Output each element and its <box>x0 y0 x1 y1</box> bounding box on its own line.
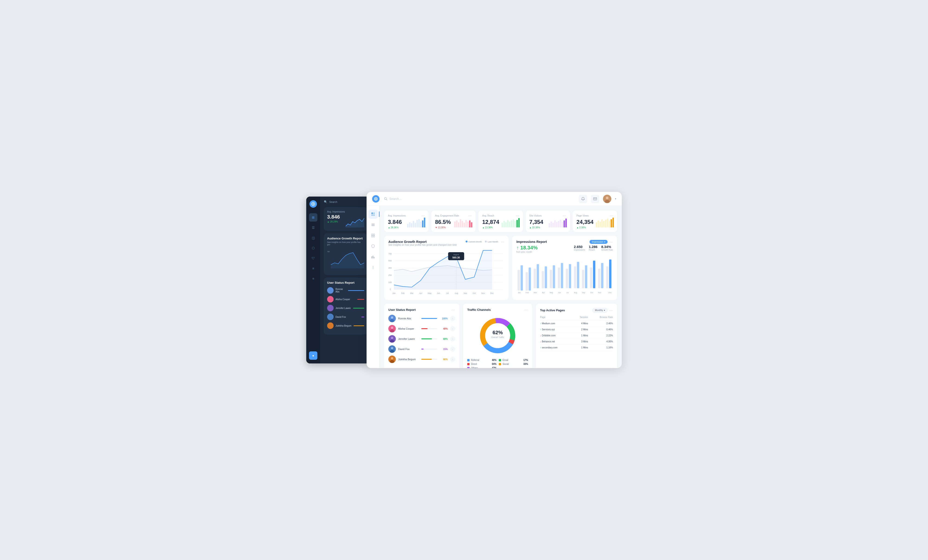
svg-rect-52 <box>502 223 503 227</box>
grid-icon <box>371 234 375 237</box>
last-month-dot <box>485 240 487 242</box>
user-avatar[interactable] <box>603 195 611 203</box>
bg-sidebar-list[interactable]: ☰ <box>309 224 317 232</box>
bg-user-bar-1 <box>348 290 364 291</box>
bg-avatar-2 <box>327 296 334 303</box>
bg-sidebar-grid[interactable]: ◫ <box>309 234 317 242</box>
svg-rect-59 <box>514 221 516 227</box>
impressions-more-button[interactable]: ··· <box>609 240 613 244</box>
audience-more-button[interactable]: ··· <box>501 240 504 243</box>
svg-text:Overall Traffic: Overall Traffic <box>491 336 504 338</box>
svg-rect-57 <box>511 221 512 227</box>
sidebar-item-list[interactable] <box>368 220 378 230</box>
traffic-legend-others: Others 47% <box>467 367 496 368</box>
user-row-1: Ronnie Abs 100% › <box>388 315 455 322</box>
direct-box <box>467 363 470 365</box>
bg-user-row-1: Ronnie Abs <box>327 287 364 294</box>
bg-content: 🔍 Search Avg. Impressions 3.846 ▲ 28.29% <box>320 196 371 338</box>
table-row: ↓ Behance.net 3 Mins 4.06% <box>540 339 613 345</box>
bg-user-name-4: David Fox <box>336 316 360 318</box>
svg-rect-80 <box>611 219 612 227</box>
svg-rect-72 <box>596 222 597 227</box>
svg-rect-130 <box>585 265 587 288</box>
svg-rect-27 <box>372 256 373 259</box>
impressions-card: Impressions Report Impression ▾ ··· ↑ 18… <box>512 236 617 300</box>
sidebar-item-dashboard[interactable] <box>368 210 378 219</box>
impression-badge[interactable]: Impression ▾ <box>589 240 607 244</box>
sidebar-item-grid[interactable] <box>368 231 378 240</box>
user-status-header: User Status Report ··· <box>388 308 455 312</box>
user-arrow-3[interactable]: › <box>450 336 455 341</box>
bg-sidebar-active-item[interactable]: ● <box>309 352 317 360</box>
content-area: Avg. Impressions ··· 3.846 ▲28.36% <box>380 206 622 368</box>
svg-rect-25 <box>373 236 375 237</box>
top-pages-more[interactable]: ··· <box>609 309 613 312</box>
svg-text:400: 400 <box>388 267 392 269</box>
stat-card-visitors: Site Visitors ··· 7,354 ▲10.38% <box>526 210 570 232</box>
pages-table: Page Session Browse Rate ↑ Medium.com <box>540 316 613 351</box>
user-avatar-2 <box>388 325 396 332</box>
svg-rect-39 <box>420 222 421 227</box>
svg-rect-32 <box>407 224 409 227</box>
stat-chart-reach <box>502 215 520 227</box>
audience-legend: Current Month Last Month <box>466 240 498 243</box>
user-arrow-1[interactable]: › <box>450 316 455 321</box>
user-status-more[interactable]: ··· <box>452 308 455 312</box>
svg-rect-135 <box>606 266 608 288</box>
user-arrow-2[interactable]: › <box>450 326 455 331</box>
svg-text:August: August <box>453 254 459 256</box>
search-placeholder: Search... <box>389 197 401 201</box>
bg-user-name-1: Ronnie Abs <box>336 288 346 293</box>
svg-point-29 <box>372 266 373 267</box>
notification-button[interactable] <box>579 195 587 203</box>
navbar-search[interactable]: Search... <box>384 197 579 201</box>
user-progress-5 <box>421 359 437 360</box>
user-bar-1 <box>421 318 437 319</box>
svg-rect-16 <box>373 213 375 214</box>
bg-avatar-1 <box>327 287 334 294</box>
mail-button[interactable] <box>591 195 599 203</box>
svg-rect-113 <box>517 270 520 291</box>
svg-rect-115 <box>525 272 528 291</box>
svg-marker-2 <box>346 218 364 227</box>
user-arrow-4[interactable]: › <box>450 347 455 352</box>
svg-text:Dec: Dec <box>608 292 612 294</box>
svg-rect-76 <box>603 221 604 227</box>
traffic-legend-direct: Direct 04% <box>467 363 496 365</box>
referral-box <box>467 359 470 361</box>
bg-user-row-2: Alisha Cooper <box>327 296 364 303</box>
svg-rect-24 <box>371 236 373 237</box>
svg-rect-131 <box>590 268 592 288</box>
svg-point-31 <box>372 268 373 269</box>
sidebar-item-shield[interactable] <box>368 242 378 251</box>
traffic-header: Traffic Channels ··· <box>467 308 528 312</box>
bg-sidebar-menu1[interactable]: ≡ <box>309 264 317 272</box>
svg-text:Jul: Jul <box>446 292 449 294</box>
svg-text:Mar: Mar <box>534 292 537 294</box>
navbar-dropdown-arrow[interactable]: ▾ <box>615 198 616 200</box>
traffic-more[interactable]: ··· <box>525 308 528 312</box>
bg-user-status-title: User Status Report <box>327 281 364 285</box>
sidebar-item-chart[interactable] <box>368 252 378 262</box>
svg-text:Nov: Nov <box>598 292 601 294</box>
svg-rect-116 <box>528 268 531 291</box>
bg-sidebar-shield[interactable]: 🛡 <box>309 254 317 262</box>
bg-sidebar-dashboard[interactable]: ⊞ <box>309 213 317 222</box>
svg-rect-81 <box>612 218 614 227</box>
monthly-select[interactable]: Monthly ▾ <box>592 308 607 313</box>
bg-user-row-3: Jennifer Lawre <box>327 305 364 311</box>
svg-text:Jul: Jul <box>566 292 569 294</box>
svg-point-162 <box>391 357 393 359</box>
audience-title: Audience Growth Report <box>388 240 457 243</box>
trend-icon-1: ↑ <box>540 322 541 325</box>
bg-sidebar-menu2[interactable]: ≡ <box>309 274 317 283</box>
svg-rect-22 <box>371 234 373 235</box>
user-arrow-5[interactable]: › <box>450 357 455 362</box>
svg-rect-41 <box>424 218 425 227</box>
bg-audience-title: Audience Growth Report <box>327 237 364 240</box>
svg-point-13 <box>606 196 609 199</box>
impressions-metrics: ↑ 18.34% from prev. month 2.650 Impressi… <box>516 245 613 253</box>
sidebar-item-menu1[interactable] <box>368 263 378 272</box>
bg-user-row-5: Julekha Begum <box>327 323 364 329</box>
bg-sidebar-hex[interactable]: ⬡ <box>309 244 317 252</box>
